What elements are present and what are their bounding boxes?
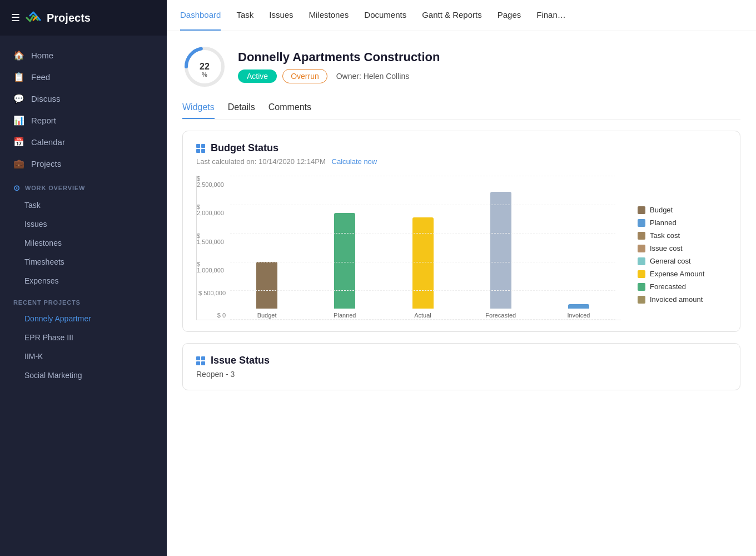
tab-details[interactable]: Details: [228, 102, 255, 119]
budget-status-header: Budget Status: [196, 142, 727, 154]
legend-item-issue-cost: Issue cost: [638, 244, 727, 252]
recent-projects-title: RECENT PROJECTS: [13, 299, 81, 306]
bar-actual: [412, 217, 434, 309]
topnav-issues[interactable]: Issues: [269, 0, 293, 31]
budget-status-card: Budget Status Last calculated on: 10/14/…: [182, 131, 740, 332]
logo-icon: [26, 10, 41, 26]
issue-status-area: Reopen - 3: [196, 370, 727, 379]
sidebar-item-feed[interactable]: 📋 Feed: [0, 66, 167, 88]
issue-status-title: Issue Status: [211, 355, 270, 366]
sidebar-item-donnely[interactable]: Donnely Appartmer: [0, 309, 167, 328]
sidebar-item-expenses[interactable]: Expenses: [0, 271, 167, 290]
sidebar-item-calendar[interactable]: 📅 Calendar: [0, 131, 167, 153]
project-header: 22 % Donnelly Apartments Construction Ac…: [182, 44, 740, 89]
work-overview-title: WORK OVERVIEW: [25, 185, 85, 191]
sidebar-brand: Projects: [47, 12, 91, 24]
topnav-pages[interactable]: Pages: [498, 0, 521, 31]
bar-invoiced: [568, 304, 589, 309]
sidebar-item-timesheets[interactable]: Timesheets: [0, 252, 167, 271]
legend-swatch-forecasted: [638, 283, 645, 291]
bar-chart: $ 2,500,000 $ 2,000,000 $ 1,500,000 $ 1,…: [196, 176, 621, 320]
y-label-2000: $ 2,000,000: [197, 204, 226, 216]
issue-status-header: Issue Status: [196, 355, 727, 366]
sidebar-header: ☰ Projects: [0, 0, 167, 36]
tab-comments[interactable]: Comments: [268, 102, 311, 119]
sidebar-item-report[interactable]: 📊 Report: [0, 110, 167, 131]
content-area: 22 % Donnelly Apartments Construction Ac…: [167, 31, 756, 556]
legend-swatch-issue-cost: [638, 245, 645, 252]
sidebar-item-iimk[interactable]: IIM-K: [0, 347, 167, 366]
project-tabs: Widgets Details Comments: [182, 102, 740, 120]
sidebar-item-calendar-label: Calendar: [31, 137, 65, 147]
main-content: Dashboard Task Issues Milestones Documen…: [167, 0, 756, 556]
bar-forecasted: [490, 192, 511, 309]
sidebar-item-projects[interactable]: 💼 Projects: [0, 153, 167, 175]
legend-swatch-task-cost: [638, 232, 645, 240]
legend-item-invoiced-amount: Invoiced amount: [638, 295, 727, 304]
budget-status-title: Budget Status: [211, 142, 278, 154]
tab-widgets[interactable]: Widgets: [182, 102, 215, 119]
projects-icon: 💼: [13, 158, 24, 169]
project-owner: Owner: Helen Collins: [336, 72, 410, 81]
budget-grid-icon: [196, 144, 205, 153]
chart-legend: BudgetPlannedTask costIssue costGeneral …: [638, 206, 727, 320]
feed-icon: 📋: [13, 72, 24, 82]
sidebar-item-discuss-label: Discuss: [31, 94, 61, 103]
bar-label-actual: Actual: [414, 312, 431, 320]
overrun-badge: Overrun: [282, 69, 327, 83]
calendar-icon: 📅: [13, 137, 24, 147]
project-badges: Active Overrun Owner: Helen Collins: [238, 69, 440, 83]
y-label-0: $ 0: [217, 312, 226, 319]
sidebar-item-issues[interactable]: Issues: [0, 215, 167, 234]
progress-ring: 22 %: [182, 44, 227, 89]
topnav-milestones[interactable]: Milestones: [309, 0, 349, 31]
topnav-finan[interactable]: Finan…: [536, 0, 566, 31]
sidebar-item-projects-label: Projects: [31, 159, 61, 168]
topnav-dashboard[interactable]: Dashboard: [180, 0, 221, 31]
sidebar-item-task[interactable]: Task: [0, 196, 167, 215]
sidebar-item-social-marketing[interactable]: Social Marketing: [0, 366, 167, 385]
legend-label-expense-amount: Expense Amount: [650, 270, 704, 278]
calculate-now-link[interactable]: Calculate now: [332, 157, 377, 166]
legend-item-general-cost: General cost: [638, 257, 727, 265]
legend-swatch-invoiced-amount: [638, 296, 645, 304]
topnav-task[interactable]: Task: [236, 0, 253, 31]
legend-item-task-cost: Task cost: [638, 231, 727, 240]
legend-item-planned: Planned: [638, 219, 727, 227]
bar-label-planned: Planned: [334, 312, 356, 320]
legend-label-task-cost: Task cost: [650, 231, 680, 240]
topnav-gantt[interactable]: Gantt & Reports: [422, 0, 482, 31]
bar-group-forecasted: Forecasted: [464, 176, 538, 320]
bar-group-planned: Planned: [308, 176, 381, 320]
sidebar-item-home[interactable]: 🏠 Home: [0, 44, 167, 66]
sidebar-item-milestones[interactable]: Milestones: [0, 234, 167, 252]
bar-planned: [334, 213, 355, 309]
report-icon: 📊: [13, 115, 24, 126]
legend-item-forecasted: Forecasted: [638, 282, 727, 291]
legend-swatch-expense-amount: [638, 270, 645, 278]
legend-label-general-cost: General cost: [650, 257, 691, 265]
sidebar: ☰ Projects 🏠 Home 📋 Feed 💬 Discuss 📊 Rep…: [0, 0, 167, 556]
y-label-1000: $ 1,000,000: [197, 261, 226, 274]
y-axis: $ 2,500,000 $ 2,000,000 $ 1,500,000 $ 1,…: [197, 176, 230, 320]
bar-group-budget: Budget: [230, 176, 304, 320]
legend-label-planned: Planned: [650, 219, 677, 227]
bar-budget: [256, 262, 277, 309]
topnav-documents[interactable]: Documents: [364, 0, 406, 31]
project-info: Donnelly Apartments Construction Active …: [238, 50, 440, 83]
sidebar-item-feed-label: Feed: [31, 72, 50, 82]
sidebar-item-epr[interactable]: EPR Phase III: [0, 328, 167, 347]
sidebar-nav: 🏠 Home 📋 Feed 💬 Discuss 📊 Report 📅 Calen…: [0, 36, 167, 394]
legend-label-invoiced-amount: Invoiced amount: [650, 295, 703, 304]
chart-container: $ 2,500,000 $ 2,000,000 $ 1,500,000 $ 1,…: [196, 176, 621, 320]
legend-item-expense-amount: Expense Amount: [638, 270, 727, 278]
legend-swatch-budget: [638, 206, 645, 214]
bar-label-invoiced: Invoiced: [567, 312, 590, 320]
legend-swatch-planned: [638, 219, 645, 227]
sidebar-item-discuss[interactable]: 💬 Discuss: [0, 88, 167, 110]
home-icon: 🏠: [13, 50, 24, 61]
bar-label-budget: Budget: [257, 312, 277, 320]
hamburger-icon[interactable]: ☰: [11, 12, 20, 24]
budget-subtitle: Last calculated on: 10/14/2020 12:14PM C…: [196, 157, 727, 166]
legend-item-budget: Budget: [638, 206, 727, 214]
